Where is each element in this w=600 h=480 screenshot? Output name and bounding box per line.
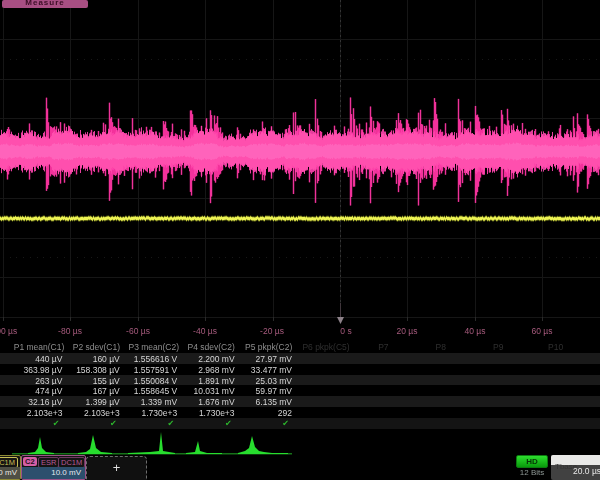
hd-mode-badge[interactable]: HD (516, 455, 548, 468)
timebase-descriptor[interactable]: Tbase 20.0 µs (551, 455, 600, 480)
parameter-table: P1 mean(C1)P2 sdev(C1)P3 mean(C2)P4 sdev… (0, 341, 600, 431)
param-value-cell: 263 µV (10, 376, 62, 386)
param-table-row: 363.98 µV158.308 µV1.557591 V2.968 mV33.… (0, 364, 600, 375)
param-table-row: 474 µV167 µV1.558645 V10.031 mV59.97 mV (0, 385, 600, 396)
param-value-cell: 1.558645 V (125, 386, 177, 396)
param-value-cell: 474 µV (10, 386, 62, 396)
param-value-cell: 155 µV (67, 376, 119, 386)
time-axis-label: -80 µs (40, 326, 100, 336)
param-value-cell: 1.399 µV (67, 397, 119, 407)
param-value-cell: 1.676 mV (182, 397, 234, 407)
param-header-unused[interactable]: P6 pkpk(C5) (297, 342, 355, 352)
param-table-row: 2.103e+32.103e+31.730e+31.730e+3292 (0, 407, 600, 418)
param-value-cell: 1.730e+3 (125, 408, 177, 418)
measure-tab[interactable]: Measure (2, 0, 88, 8)
time-axis-label: -100 µs (0, 326, 33, 336)
time-axis-label: -40 µs (175, 326, 235, 336)
param-value-cell: 10.031 mV (182, 386, 234, 396)
timebase-value: 20.0 µs (573, 466, 600, 476)
param-value-cell: 1.556616 V (125, 354, 177, 364)
param-value-cell: 1.339 mV (125, 397, 177, 407)
param-value-cell: 1.550084 V (125, 376, 177, 386)
hd-bits-label: 12 Bits (512, 468, 552, 477)
param-value-cell: 2.968 mV (182, 365, 234, 375)
param-value-cell: 1.891 mV (182, 376, 234, 386)
param-table-row: 440 µV160 µV1.556616 V2.200 mV27.97 mV (0, 353, 600, 364)
add-channel-button[interactable]: + (86, 456, 147, 480)
c2-channel-chip: C2 (23, 457, 37, 466)
time-axis-label: 60 µs (512, 326, 572, 336)
param-value-cell: 25.03 mV (240, 376, 292, 386)
param-header[interactable]: P3 mean(C2) (125, 342, 183, 352)
bottom-bar: DC1M 10.0 mV C2 ESR DC1M 10.0 mV + HD 12… (0, 455, 600, 480)
param-value-cell: 160 µV (67, 354, 119, 364)
param-header[interactable]: P5 pkpk(C2) (240, 342, 298, 352)
status-check-icon: ✔ (10, 419, 59, 428)
channel-c2-descriptor[interactable]: C2 ESR DC1M 10.0 mV (21, 455, 86, 480)
plus-icon: + (113, 460, 121, 475)
time-axis-label: 20 µs (377, 326, 437, 336)
param-value-cell: 27.97 mV (240, 354, 292, 364)
param-table-row: 32.16 µV1.399 µV1.339 mV1.676 mV6.135 mV (0, 396, 600, 407)
param-header-unused[interactable]: P10 (527, 342, 585, 352)
time-axis-label: -20 µs (242, 326, 302, 336)
param-value-cell: 59.97 mV (240, 386, 292, 396)
c1-vertical-scale: 10.0 mV (0, 468, 20, 477)
status-check-icon: ✔ (67, 419, 116, 428)
param-value-cell: 167 µV (67, 386, 119, 396)
param-value-cell: 1.557591 V (125, 365, 177, 375)
param-header-unused[interactable]: P9 (469, 342, 527, 352)
param-header[interactable]: P4 sdev(C2) (182, 342, 240, 352)
measure-tab-label: Measure (2, 0, 88, 7)
param-value-cell: 1.730e+3 (182, 408, 234, 418)
c2-vertical-scale: 10.0 mV (51, 468, 85, 477)
param-table-row: 263 µV155 µV1.550084 V1.891 mV25.03 mV (0, 375, 600, 386)
param-header-unused[interactable]: P8 (412, 342, 470, 352)
time-axis-label: 0 s (316, 326, 376, 336)
param-value-cell: 440 µV (10, 354, 62, 364)
param-header[interactable]: P2 sdev(C1) (67, 342, 125, 352)
param-value-cell: 32.16 µV (10, 397, 62, 407)
param-value-cell: 158.308 µV (67, 365, 119, 375)
param-header-unused[interactable]: P11 (584, 342, 600, 352)
param-header[interactable]: P1 mean(C1) (10, 342, 68, 352)
status-check-icon: ✔ (125, 419, 174, 428)
param-value-cell: 2.103e+3 (10, 408, 62, 418)
time-axis-label: -60 µs (108, 326, 168, 336)
param-header-unused[interactable]: P7 (354, 342, 412, 352)
param-value-cell: 2.200 mV (182, 354, 234, 364)
param-status-row: ✔✔✔✔✔ (0, 418, 600, 429)
param-value-cell: 33.477 mV (240, 365, 292, 375)
param-value-cell: 2.103e+3 (67, 408, 119, 418)
hd-badge-label: HD (526, 457, 538, 466)
time-axis-label: 40 µs (445, 326, 505, 336)
status-check-icon: ✔ (240, 419, 289, 428)
channel-c1-descriptor[interactable]: DC1M 10.0 mV (0, 455, 21, 480)
param-value-cell: 6.135 mV (240, 397, 292, 407)
status-check-icon: ✔ (182, 419, 231, 428)
param-value-cell: 363.98 µV (10, 365, 62, 375)
param-value-cell: 292 (240, 408, 292, 418)
